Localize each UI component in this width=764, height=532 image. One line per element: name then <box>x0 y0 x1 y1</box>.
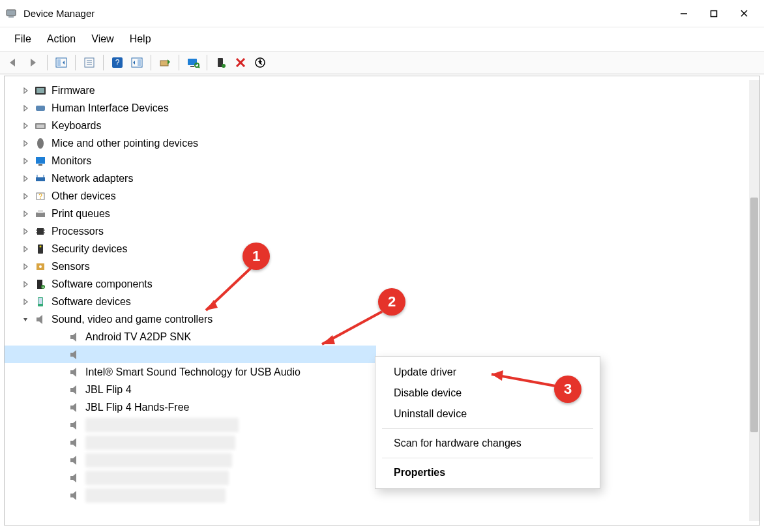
chevron-right-icon[interactable] <box>18 281 33 288</box>
tree-category[interactable]: Sound, video and game controllers <box>5 310 759 328</box>
window-title: Device Manager <box>23 8 669 19</box>
chevron-right-icon[interactable] <box>18 123 33 129</box>
chevron-right-icon[interactable] <box>18 193 33 200</box>
enable-device-button[interactable] <box>213 54 229 71</box>
category-label: Software devices <box>51 293 131 310</box>
speaker-icon <box>67 366 81 378</box>
tree-category[interactable]: ?Other devices <box>5 187 759 205</box>
category-label: Other devices <box>51 187 116 205</box>
category-icon <box>33 138 48 149</box>
action-pane-button[interactable] <box>128 54 145 71</box>
tree-category[interactable]: Processors <box>5 222 759 240</box>
svg-point-48 <box>40 245 42 247</box>
speaker-icon <box>67 437 81 449</box>
chevron-right-icon[interactable] <box>18 175 33 182</box>
category-icon <box>33 121 48 130</box>
chevron-right-icon[interactable] <box>18 105 33 111</box>
menu-action[interactable]: Action <box>39 29 83 49</box>
scan-hardware-button[interactable] <box>184 54 201 71</box>
toolbar-separator <box>207 55 207 70</box>
category-label: Processors <box>51 222 104 240</box>
category-label: Mice and other pointing devices <box>51 134 198 152</box>
ctx-properties[interactable]: Properties <box>375 462 600 483</box>
redacted-label <box>85 488 226 503</box>
tree-category[interactable]: Print queues <box>5 205 759 222</box>
category-label: Monitors <box>51 152 91 170</box>
maximize-button[interactable] <box>699 3 729 24</box>
category-icon <box>33 156 48 166</box>
forward-button[interactable] <box>25 54 42 71</box>
svg-rect-55 <box>38 298 42 304</box>
toolbar-separator <box>47 55 48 70</box>
ctx-separator <box>382 428 593 429</box>
back-button[interactable] <box>5 54 22 71</box>
speaker-icon <box>67 331 81 343</box>
chevron-right-icon[interactable] <box>18 299 33 305</box>
tree-category[interactable]: Mice and other pointing devices <box>5 134 759 152</box>
svg-rect-1 <box>8 16 14 18</box>
device-label: Android TV A2DP SNK <box>85 328 191 346</box>
svg-rect-3 <box>711 10 717 16</box>
category-icon: ? <box>33 191 48 201</box>
menu-help[interactable]: Help <box>122 29 159 49</box>
tree-category[interactable]: Firmware <box>5 81 759 99</box>
update-driver-button[interactable] <box>156 54 173 71</box>
minimize-button[interactable] <box>669 3 699 24</box>
svg-text:+: + <box>42 285 44 289</box>
chevron-right-icon[interactable] <box>18 246 33 252</box>
disable-device-button[interactable] <box>252 54 269 71</box>
chevron-right-icon[interactable] <box>18 228 33 235</box>
speaker-icon <box>67 349 81 361</box>
svg-point-22 <box>222 64 226 68</box>
toolbar: ? <box>0 51 764 74</box>
category-icon <box>33 173 48 184</box>
uninstall-device-button[interactable] <box>232 54 249 71</box>
ctx-scan-hardware[interactable]: Scan for hardware changes <box>375 433 600 454</box>
device-label: JBL Flip 4 Hands-Free <box>85 398 189 416</box>
scroll-thumb[interactable] <box>750 198 758 432</box>
tree-category[interactable]: Network adapters <box>5 170 759 187</box>
category-label: Sound, video and game controllers <box>51 310 213 328</box>
properties-button[interactable] <box>81 54 98 71</box>
tree-category[interactable]: Sensors <box>5 258 759 275</box>
tree-category[interactable]: +Software components <box>5 275 759 293</box>
menu-view[interactable]: View <box>83 29 121 49</box>
tree-category[interactable]: Keyboards <box>5 117 759 134</box>
category-icon <box>33 85 48 96</box>
speaker-icon <box>67 472 81 484</box>
menu-file[interactable]: File <box>7 29 39 49</box>
chevron-right-icon[interactable] <box>18 87 33 94</box>
devmgr-icon <box>5 8 17 20</box>
help-button[interactable]: ? <box>109 54 126 71</box>
category-icon <box>33 226 48 237</box>
tree-device[interactable] <box>5 486 759 504</box>
category-label: Print queues <box>51 205 110 222</box>
svg-marker-26 <box>258 61 262 64</box>
chevron-right-icon[interactable] <box>18 140 33 147</box>
category-icon <box>33 314 48 325</box>
svg-rect-34 <box>38 164 42 166</box>
chevron-right-icon[interactable] <box>18 211 33 217</box>
chevron-down-icon[interactable] <box>18 316 33 323</box>
category-icon <box>33 261 48 272</box>
tree-device[interactable] <box>5 346 376 363</box>
menubar: File Action View Help <box>0 27 764 51</box>
toolbar-separator <box>151 55 151 70</box>
ctx-separator <box>382 458 593 458</box>
annotation-badge-1: 1 <box>242 243 270 270</box>
toolbar-separator <box>103 55 104 70</box>
ctx-uninstall-device[interactable]: Uninstall device <box>375 404 600 424</box>
close-button[interactable] <box>729 3 759 24</box>
svg-text:?: ? <box>38 193 42 200</box>
speaker-icon <box>67 402 81 413</box>
titlebar: Device Manager <box>0 0 764 27</box>
show-hide-tree-button[interactable] <box>53 54 70 71</box>
tree-category[interactable]: Monitors <box>5 152 759 170</box>
tree-category[interactable]: Security devices <box>5 240 759 258</box>
tree-device[interactable]: Android TV A2DP SNK <box>5 328 759 346</box>
tree-category[interactable]: Human Interface Devices <box>5 99 759 117</box>
annotation-badge-3: 3 <box>554 376 581 403</box>
chevron-right-icon[interactable] <box>18 158 33 164</box>
redacted-label <box>85 453 232 467</box>
chevron-right-icon[interactable] <box>18 263 33 270</box>
